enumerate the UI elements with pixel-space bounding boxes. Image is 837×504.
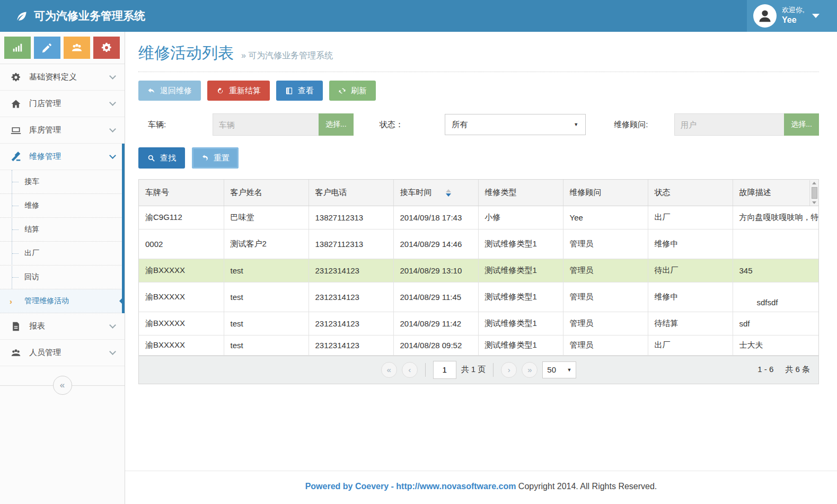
repair-submenu: 接车 维修 结算 出厂 回访 › 管理维修活动 [0,170,125,313]
app-logo[interactable]: 可为汽修业务管理系统 [15,8,145,23]
sidebar-item-repair-management[interactable]: 维修管理 [0,144,125,170]
prev-page-button[interactable]: ‹ [402,362,418,378]
col-fault-description[interactable]: 故障描述 [733,180,818,206]
table-header-row: 车牌号 客户姓名 客户电话 接车时间 维修类型 维修顾问 状态 故障描述 [139,180,818,206]
bar-chart-icon [12,42,23,54]
total-pages-text: 共 1 页 [461,365,486,375]
view-button[interactable]: 查看 [276,81,323,101]
page-size-value: 50 [547,365,556,374]
sort-icon[interactable] [446,189,451,197]
table-scrollbar[interactable] [809,180,818,206]
scrollbar-thumb[interactable] [812,187,817,199]
resettle-button[interactable]: 重新结算 [207,81,270,101]
refresh-button[interactable]: 刷新 [329,81,376,101]
chevron-down-icon [109,322,116,329]
advisor-select-button[interactable]: 选择... [784,113,819,136]
page-number-input[interactable] [433,361,456,379]
submenu-item-receive-car[interactable]: 接车 [0,170,125,194]
return-repair-button[interactable]: 退回维修 [138,81,201,101]
user-menu[interactable]: 欢迎你, Yee [747,0,837,32]
quick-buttons [0,32,125,64]
scroll-down-icon[interactable] [812,201,816,204]
footer-copyright: Copyright 2014. All Rights Reserved. [518,482,657,491]
bar-chart-button[interactable] [4,37,31,59]
col-customer-phone[interactable]: 客户电话 [309,180,393,206]
vehicle-input[interactable] [213,113,319,136]
refresh-icon [338,87,346,95]
vehicle-select-button[interactable]: 选择... [319,113,354,136]
submenu-item-repair[interactable]: 维修 [0,194,125,218]
col-customer-name[interactable]: 客户姓名 [224,180,309,206]
submenu-item-leave-factory[interactable]: 出厂 [0,242,125,266]
col-receive-time[interactable]: 接车时间 [393,180,478,206]
vehicle-input-group: 选择... [213,113,354,136]
pagination-bar: « ‹ 共 1 页 › » 50 ▼ 1 - 6 共 6 条 [138,356,819,384]
filter-bar: 车辆: 选择... 状态： 所有 ▼ 维修顾问: 选择... [138,113,819,136]
table-row[interactable]: 渝BXXXXXtest 23123141232014/08/29 11:42 测… [139,312,818,335]
gears-icon [101,42,112,54]
users-icon [71,42,83,54]
pencil-icon [41,42,53,54]
status-label: 状态： [380,120,445,130]
reset-button[interactable]: 重置 [192,147,239,169]
users-button[interactable] [64,37,90,59]
col-plate-number[interactable]: 车牌号 [139,180,224,206]
chevron-down-icon [109,126,116,132]
caret-down-icon [812,14,820,18]
sidebar-collapse-button[interactable]: « [53,376,72,395]
advisor-input[interactable] [674,113,784,136]
sidebar-item-personnel[interactable]: 人员管理 [0,340,125,366]
scroll-up-icon[interactable] [812,182,816,184]
footer-link[interactable]: Powered by Coevery - http://www.novasoft… [305,482,516,491]
find-bar: 查找 重置 [138,147,819,169]
gears-icon [11,72,21,83]
next-page-button[interactable]: › [501,362,517,378]
sidebar-item-label: 报表 [29,321,45,331]
book-icon [285,87,293,95]
page-size-select[interactable]: 50 ▼ [542,361,576,378]
sidebar-item-base-data[interactable]: 基础资料定义 [0,64,125,91]
pencil-button[interactable] [34,37,60,59]
col-repair-advisor[interactable]: 维修顾问 [563,180,648,206]
pagination-separator [493,363,494,377]
chevron-right-icon: › [10,297,12,306]
sidebar-item-label: 门店管理 [29,99,61,109]
col-repair-type[interactable]: 维修类型 [478,180,563,206]
username: Yee [782,15,797,24]
file-icon [11,321,21,332]
sidebar-item-stores[interactable]: 门店管理 [0,91,125,117]
laptop-icon [11,125,21,136]
page-title: 维修活动列表 [138,42,234,64]
sidebar-item-warehouse[interactable]: 库房管理 [0,117,125,144]
gears-button[interactable] [93,37,120,59]
avatar [753,4,777,28]
sidebar-collapse-row: « [0,376,125,395]
table-row[interactable]: 渝BXXXXXtest 23123141232014/08/29 11:45 测… [139,282,818,312]
status-select[interactable]: 所有 ▼ [445,114,586,135]
breadcrumb: » 可为汽修业务管理系统 [241,50,333,61]
first-page-button[interactable]: « [381,362,397,378]
toolbar: 退回维修 重新结算 查看 刷新 [138,81,819,101]
submenu-item-manage-repair-activities[interactable]: › 管理维修活动 [0,289,125,313]
sidebar-item-reports[interactable]: 报表 [0,313,125,340]
users-icon [11,348,21,358]
topbar: 可为汽修业务管理系统 欢迎你, Yee [0,0,837,32]
submenu-item-settlement[interactable]: 结算 [0,218,125,242]
table-row-selected[interactable]: 渝BXXXXXtest 23123141232014/08/29 13:10 测… [139,259,818,282]
person-icon [756,7,774,25]
table-row[interactable]: 渝BXXXXXtest 23123141232014/08/28 09:52 测… [139,335,818,355]
welcome-text: 欢迎你, Yee [782,6,805,26]
table-row[interactable]: 0002测试客户2 138271123132014/08/29 14:46 测试… [139,229,818,259]
col-status[interactable]: 状态 [648,180,733,206]
search-button[interactable]: 查找 [138,147,185,169]
range-text: 1 - 6 [757,365,773,375]
status-selected-value: 所有 [452,120,468,130]
chevron-down-icon [109,73,116,79]
sidebar-item-label: 基础资料定义 [29,72,77,82]
advisor-input-group: 选择... [674,113,819,136]
main-content: 维修活动列表 » 可为汽修业务管理系统 退回维修 重新结算 查看 刷新 车辆: … [125,32,837,384]
table-row[interactable]: 渝C9G112巴味堂 138271123132014/09/18 17:43 小… [139,206,818,229]
dropdown-arrow-icon: ▼ [574,122,578,127]
submenu-item-follow-up[interactable]: 回访 [0,266,125,289]
last-page-button[interactable]: » [522,362,538,378]
